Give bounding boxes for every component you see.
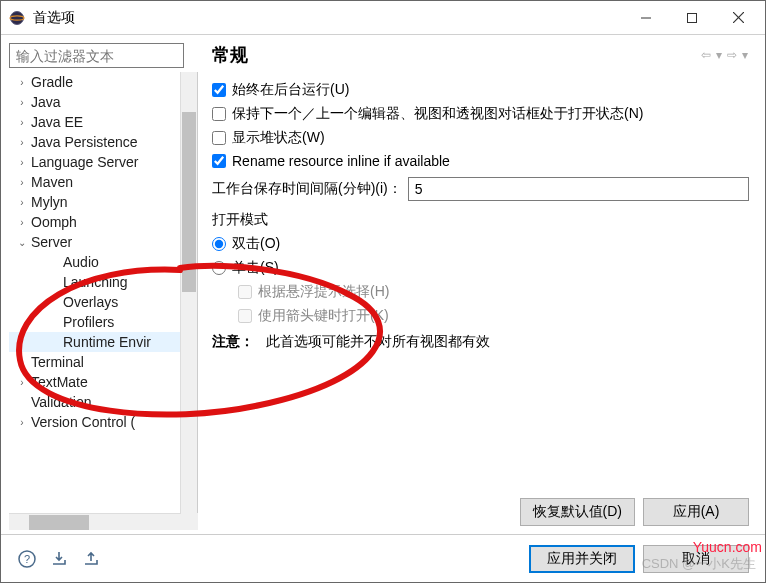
forward-icon[interactable]: ⇨ xyxy=(727,48,738,62)
chevron-down-icon[interactable]: ⌄ xyxy=(15,237,29,248)
page-title: 常规 xyxy=(212,43,248,67)
csdn-watermark: CSDN @一小K先生 xyxy=(642,555,756,573)
tree-item-label: Profilers xyxy=(61,314,114,330)
tree-item-label: Java Persistence xyxy=(29,134,138,150)
nav-arrows[interactable]: ⇦▾ ⇨▾ xyxy=(701,48,749,62)
save-interval-input[interactable] xyxy=(408,177,749,201)
checkbox-heap-status[interactable] xyxy=(212,131,226,145)
import-icon[interactable] xyxy=(49,549,69,569)
tree-item-label: Maven xyxy=(29,174,73,190)
chevron-right-icon[interactable]: › xyxy=(15,97,29,108)
tree-item-label: Java xyxy=(29,94,61,110)
tree-item-runtime-envir[interactable]: Runtime Envir xyxy=(9,332,197,352)
chevron-right-icon[interactable]: › xyxy=(15,157,29,168)
svg-point-0 xyxy=(11,11,24,24)
chevron-right-icon[interactable]: › xyxy=(15,377,29,388)
tree-item-label: Terminal xyxy=(29,354,84,370)
chevron-right-icon[interactable]: › xyxy=(15,197,29,208)
tree-item-java-ee[interactable]: ›Java EE xyxy=(9,112,197,132)
apply-button[interactable]: 应用(A) xyxy=(643,498,749,526)
minimize-button[interactable] xyxy=(623,3,669,33)
checkbox-keep-editor-label: 保持下一个／上一个编辑器、视图和透视图对话框处于打开状态(N) xyxy=(232,105,643,123)
note-text: 此首选项可能并不对所有视图都有效 xyxy=(266,333,490,349)
tree-item-label: Version Control ( xyxy=(29,414,135,430)
chevron-right-icon[interactable]: › xyxy=(15,357,29,368)
checkbox-open-arrow-keys-label: 使用箭头键时打开(K) xyxy=(258,307,389,325)
tree-item-label: Launching xyxy=(61,274,128,290)
preferences-tree[interactable]: ›Gradle›Java›Java EE›Java Persistence›La… xyxy=(9,72,198,513)
vertical-scrollbar[interactable] xyxy=(180,72,197,513)
tree-item-label: Language Server xyxy=(29,154,138,170)
radio-double-click[interactable] xyxy=(212,237,226,251)
chevron-right-icon[interactable]: › xyxy=(15,217,29,228)
radio-double-click-label: 双击(O) xyxy=(232,235,280,253)
tree-item-label: Validation xyxy=(29,394,91,410)
radio-single-click-label: 单击(S) xyxy=(232,259,279,277)
tree-item-launching[interactable]: Launching xyxy=(9,272,197,292)
tree-item-overlays[interactable]: Overlays xyxy=(9,292,197,312)
tree-item-validation[interactable]: Validation xyxy=(9,392,197,412)
horizontal-scrollbar[interactable] xyxy=(9,513,181,530)
chevron-right-icon[interactable]: › xyxy=(15,417,29,428)
close-button[interactable] xyxy=(715,3,761,33)
note-label: 注意： xyxy=(212,333,254,349)
checkbox-rename-inline-label: Rename resource inline if available xyxy=(232,153,450,169)
export-icon[interactable] xyxy=(81,549,101,569)
tree-item-terminal[interactable]: ›Terminal xyxy=(9,352,197,372)
tree-item-maven[interactable]: ›Maven xyxy=(9,172,197,192)
main-panel: 常规 ⇦▾ ⇨▾ 始终在后台运行(U) 保持下一个／上一个编辑器、视图和透视图对… xyxy=(198,35,765,534)
checkbox-run-background[interactable] xyxy=(212,83,226,97)
app-icon xyxy=(9,10,25,26)
svg-rect-3 xyxy=(688,13,697,22)
open-mode-label: 打开模式 xyxy=(212,211,749,229)
chevron-right-icon[interactable]: › xyxy=(15,117,29,128)
checkbox-run-background-label: 始终在后台运行(U) xyxy=(232,81,349,99)
watermark: Yuucn.com xyxy=(693,539,762,555)
help-icon[interactable]: ? xyxy=(17,549,37,569)
checkbox-rename-inline[interactable] xyxy=(212,154,226,168)
back-icon[interactable]: ⇦ xyxy=(701,48,712,62)
tree-item-gradle[interactable]: ›Gradle xyxy=(9,72,197,92)
checkbox-select-on-hover xyxy=(238,285,252,299)
tree-item-label: Oomph xyxy=(29,214,77,230)
tree-item-mylyn[interactable]: ›Mylyn xyxy=(9,192,197,212)
sidebar: ›Gradle›Java›Java EE›Java Persistence›La… xyxy=(1,35,198,534)
tree-item-profilers[interactable]: Profilers xyxy=(9,312,197,332)
svg-text:?: ? xyxy=(24,553,30,565)
tree-item-language-server[interactable]: ›Language Server xyxy=(9,152,197,172)
save-interval-label: 工作台保存时间间隔(分钟)(i)： xyxy=(212,180,402,198)
checkbox-keep-editor[interactable] xyxy=(212,107,226,121)
filter-input[interactable] xyxy=(9,43,184,68)
maximize-button[interactable] xyxy=(669,3,715,33)
tree-item-oomph[interactable]: ›Oomph xyxy=(9,212,197,232)
tree-item-label: Server xyxy=(29,234,72,250)
restore-defaults-button[interactable]: 恢复默认值(D) xyxy=(520,498,635,526)
tree-item-label: Overlays xyxy=(61,294,118,310)
checkbox-select-on-hover-label: 根据悬浮提示选择(H) xyxy=(258,283,389,301)
chevron-right-icon[interactable]: › xyxy=(15,137,29,148)
chevron-right-icon[interactable]: › xyxy=(15,177,29,188)
checkbox-heap-status-label: 显示堆状态(W) xyxy=(232,129,325,147)
tree-item-java-persistence[interactable]: ›Java Persistence xyxy=(9,132,197,152)
window-title: 首选项 xyxy=(33,9,75,27)
checkbox-open-arrow-keys xyxy=(238,309,252,323)
tree-item-audio[interactable]: Audio xyxy=(9,252,197,272)
tree-item-textmate[interactable]: ›TextMate xyxy=(9,372,197,392)
tree-item-label: Gradle xyxy=(29,74,73,90)
tree-item-label: Runtime Envir xyxy=(61,334,151,350)
tree-item-label: TextMate xyxy=(29,374,88,390)
tree-item-label: Mylyn xyxy=(29,194,68,210)
radio-single-click[interactable] xyxy=(212,261,226,275)
tree-item-server[interactable]: ⌄Server xyxy=(9,232,197,252)
tree-item-java[interactable]: ›Java xyxy=(9,92,197,112)
tree-item-label: Audio xyxy=(61,254,99,270)
tree-item-version-control-[interactable]: ›Version Control ( xyxy=(9,412,197,432)
apply-and-close-button[interactable]: 应用并关闭 xyxy=(529,545,635,573)
tree-item-label: Java EE xyxy=(29,114,83,130)
chevron-right-icon[interactable]: › xyxy=(15,77,29,88)
titlebar: 首选项 xyxy=(1,1,765,35)
